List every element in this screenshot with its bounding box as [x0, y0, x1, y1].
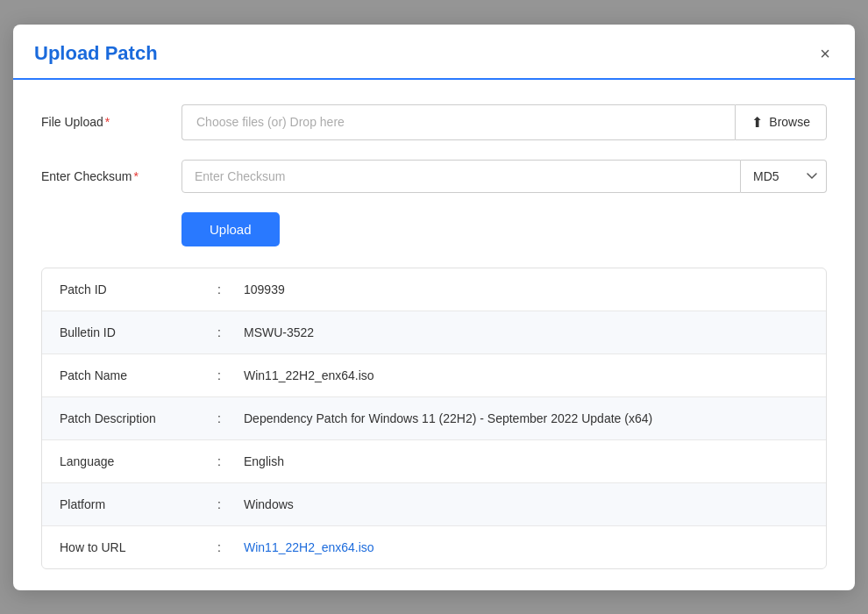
info-key: How to URL — [60, 540, 217, 554]
file-drop-area[interactable]: Choose files (or) Drop here — [181, 104, 735, 140]
info-colon: : — [217, 325, 244, 339]
table-row: Bulletin ID : MSWU-3522 — [42, 311, 826, 354]
file-upload-label: File Upload* — [41, 115, 181, 129]
file-upload-group: Choose files (or) Drop here ⬆ Browse — [181, 104, 827, 140]
table-row: Platform : Windows — [42, 483, 826, 526]
info-key: Patch Name — [60, 368, 217, 382]
info-colon: : — [217, 497, 244, 511]
info-key: Patch ID — [60, 282, 217, 296]
table-row: Language : English — [42, 440, 826, 483]
info-colon: : — [217, 282, 244, 296]
info-value: MSWU-3522 — [244, 325, 808, 339]
info-key: Bulletin ID — [60, 325, 217, 339]
modal-overlay: Upload Patch × File Upload* Choose files… — [0, 0, 868, 614]
browse-button[interactable]: ⬆ Browse — [735, 104, 827, 140]
info-value: 109939 — [244, 282, 808, 296]
upload-patch-modal: Upload Patch × File Upload* Choose files… — [13, 25, 855, 590]
file-upload-row: File Upload* Choose files (or) Drop here… — [41, 104, 827, 140]
table-row: Patch Name : Win11_22H2_enx64.iso — [42, 354, 826, 397]
checksum-group: MD5 SHA1 SHA256 — [181, 160, 827, 193]
info-value: Win11_22H2_enx64.iso — [244, 540, 808, 554]
info-colon: : — [217, 368, 244, 382]
checksum-row: Enter Checksum* MD5 SHA1 SHA256 — [41, 160, 827, 193]
modal-body: File Upload* Choose files (or) Drop here… — [13, 80, 855, 590]
upload-icon: ⬆ — [751, 114, 763, 131]
info-value: English — [244, 454, 808, 468]
info-colon: : — [217, 454, 244, 468]
table-row: Patch ID : 109939 — [42, 268, 826, 311]
info-value: Win11_22H2_enx64.iso — [244, 368, 808, 382]
file-drop-placeholder: Choose files (or) Drop here — [196, 115, 345, 129]
close-button[interactable]: × — [816, 40, 834, 68]
how-to-url-link[interactable]: Win11_22H2_enx64.iso — [244, 540, 374, 554]
info-value: Windows — [244, 497, 808, 511]
checksum-type-select[interactable]: MD5 SHA1 SHA256 — [741, 160, 827, 193]
table-row: How to URL : Win11_22H2_enx64.iso — [42, 526, 826, 568]
table-row: Patch Description : Dependency Patch for… — [42, 397, 826, 440]
info-key: Platform — [60, 497, 217, 511]
info-colon: : — [217, 411, 244, 425]
info-key: Language — [60, 454, 217, 468]
upload-button[interactable]: Upload — [181, 212, 280, 246]
close-icon: × — [820, 44, 830, 64]
required-star-checksum: * — [133, 169, 138, 183]
info-value: Dependency Patch for Windows 11 (22H2) -… — [244, 411, 808, 425]
checksum-label: Enter Checksum* — [41, 169, 181, 183]
info-key: Patch Description — [60, 411, 217, 425]
required-star: * — [105, 115, 110, 129]
checksum-input[interactable] — [181, 160, 741, 193]
patch-info-table: Patch ID : 109939 Bulletin ID : MSWU-352… — [41, 268, 827, 569]
upload-btn-row: Upload — [41, 212, 827, 246]
modal-header: Upload Patch × — [13, 25, 855, 80]
info-colon: : — [217, 540, 244, 554]
modal-title: Upload Patch — [34, 42, 158, 65]
